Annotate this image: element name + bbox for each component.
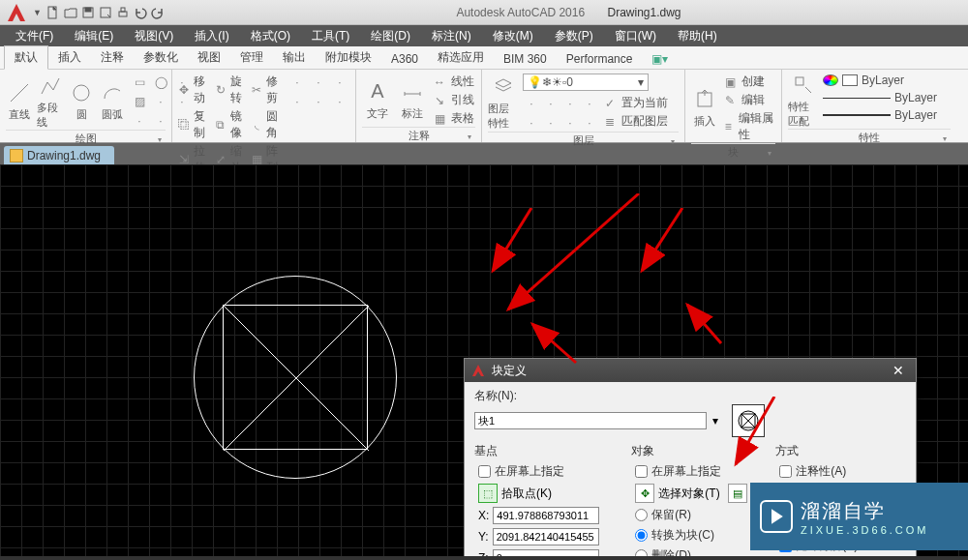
tab-manage[interactable]: 管理 bbox=[230, 46, 273, 69]
polyline-button[interactable]: 多段线 bbox=[37, 72, 64, 130]
close-icon[interactable]: ✕ bbox=[887, 363, 910, 378]
retain-radio[interactable]: 保留(R) bbox=[635, 507, 762, 523]
layer-match-button[interactable]: ≣匹配图层 bbox=[602, 113, 668, 130]
base-onscreen-check[interactable]: 在屏幕上指定 bbox=[478, 463, 618, 480]
leader-button[interactable]: ↘引线 bbox=[432, 92, 474, 108]
tab-default[interactable]: 默认 bbox=[4, 45, 48, 70]
fillet-button[interactable]: ◟圆角 bbox=[251, 108, 284, 141]
layer-combo[interactable]: 💡❄☀▫ 0▾ bbox=[523, 74, 649, 91]
menu-edit[interactable]: 编辑(E) bbox=[65, 26, 123, 46]
prop-linetype[interactable]: ByLayer bbox=[823, 91, 937, 104]
tab-param[interactable]: 参数化 bbox=[134, 46, 188, 69]
create-block-button[interactable]: ▣创建 bbox=[722, 74, 775, 90]
text-button[interactable]: A文字 bbox=[362, 72, 393, 127]
watermark: 溜溜自学 ZIXUE.3D66.COM bbox=[750, 483, 968, 550]
y-input[interactable] bbox=[493, 528, 599, 545]
qat-dropdown-icon[interactable]: ▼ bbox=[33, 8, 42, 17]
select-objects-label[interactable]: 选择对象(T) bbox=[658, 486, 719, 502]
menu-format[interactable]: 格式(O) bbox=[241, 26, 300, 46]
svg-rect-5 bbox=[121, 8, 125, 12]
dim-button[interactable]: 标注 bbox=[397, 72, 428, 127]
prop-lineweight[interactable]: ByLayer bbox=[823, 108, 937, 122]
mirror-button[interactable]: ⧉镜像 bbox=[215, 108, 248, 141]
menu-help[interactable]: 帮助(H) bbox=[668, 26, 727, 46]
pick-point-label[interactable]: 拾取点(K) bbox=[501, 486, 552, 502]
menu-param[interactable]: 参数(P) bbox=[545, 26, 603, 46]
mode-title: 方式 bbox=[775, 443, 906, 459]
line-button[interactable]: 直线 bbox=[6, 72, 33, 130]
arc-button[interactable]: 圆弧 bbox=[99, 72, 126, 130]
hatch-icon[interactable]: ▨ bbox=[130, 93, 149, 110]
tab-performance[interactable]: Performance bbox=[557, 49, 643, 69]
panel-prop-title[interactable]: 特性 bbox=[788, 129, 951, 146]
convert-radio[interactable]: 转换为块(C) bbox=[635, 527, 762, 544]
doc-tab[interactable]: Drawing1.dwg bbox=[4, 146, 114, 164]
tab-annot[interactable]: 注释 bbox=[91, 46, 134, 69]
drawing-canvas[interactable]: 块定义 ✕ 名称(N): ▾ 基点 在屏幕上指定 ⬚ 拾取点(K) bbox=[0, 164, 968, 556]
tab-a360[interactable]: A360 bbox=[381, 49, 428, 69]
svg-point-6 bbox=[74, 85, 89, 101]
app-logo[interactable] bbox=[2, 1, 31, 24]
new-icon[interactable] bbox=[45, 5, 61, 20]
tab-output[interactable]: 输出 bbox=[273, 46, 316, 69]
edit-attr-button[interactable]: ≡编辑属性 bbox=[722, 110, 775, 143]
watermark-name: 溜溜自学 bbox=[801, 498, 928, 524]
copy-button[interactable]: ⿻复制 bbox=[178, 108, 211, 141]
ellipse-icon[interactable]: ◯ bbox=[151, 74, 170, 91]
block-name-input[interactable] bbox=[474, 412, 707, 429]
match-prop-button[interactable]: 特性匹配 bbox=[788, 72, 819, 129]
menu-file[interactable]: 文件(F) bbox=[6, 26, 63, 46]
menubar: 文件(F) 编辑(E) 视图(V) 插入(I) 格式(O) 工具(T) 绘图(D… bbox=[0, 25, 968, 46]
menu-window[interactable]: 窗口(W) bbox=[605, 26, 666, 46]
rect-icon[interactable]: ▭ bbox=[130, 74, 149, 91]
obj-onscreen-check[interactable]: 在屏幕上指定 bbox=[635, 463, 762, 480]
x-input[interactable] bbox=[493, 507, 599, 524]
menu-insert[interactable]: 插入(I) bbox=[185, 26, 238, 46]
annotative-check[interactable]: 注释性(A) bbox=[779, 463, 906, 480]
circle-button[interactable]: 圆 bbox=[68, 72, 95, 130]
trim-button[interactable]: ✂修剪 bbox=[251, 74, 284, 106]
prop-color[interactable]: ByLayer bbox=[823, 74, 937, 87]
linear-button[interactable]: ↔线性 bbox=[432, 74, 474, 90]
tab-featured[interactable]: 精选应用 bbox=[428, 46, 494, 69]
tab-insert[interactable]: 插入 bbox=[48, 46, 91, 69]
rotate-button[interactable]: ↻旋转 bbox=[215, 74, 248, 106]
layer-current-button[interactable]: ✓置为当前 bbox=[602, 95, 668, 111]
pick-point-icon[interactable]: ⬚ bbox=[478, 484, 498, 503]
tab-view[interactable]: 视图 bbox=[188, 46, 230, 69]
move-button[interactable]: ✥移动 bbox=[178, 74, 211, 106]
svg-rect-4 bbox=[119, 12, 127, 16]
menu-modify[interactable]: 修改(M) bbox=[483, 26, 543, 46]
insert-block-button[interactable]: 插入 bbox=[691, 72, 718, 143]
panel-annot-title[interactable]: 注释 bbox=[362, 127, 475, 144]
menu-tools[interactable]: 工具(T) bbox=[302, 26, 359, 46]
product-name: Autodesk AutoCAD 2016 bbox=[456, 6, 585, 19]
layer-prop-button[interactable]: 图层特性 bbox=[488, 72, 519, 132]
tab-bim360[interactable]: BIM 360 bbox=[494, 49, 557, 69]
menu-dimension[interactable]: 标注(N) bbox=[422, 26, 481, 46]
tab-addin[interactable]: 附加模块 bbox=[316, 46, 381, 69]
menu-view[interactable]: 视图(V) bbox=[125, 26, 183, 46]
svg-rect-8 bbox=[796, 77, 803, 85]
undo-icon[interactable] bbox=[133, 5, 148, 20]
delete-radio[interactable]: 删除(D) bbox=[635, 547, 762, 556]
panel-block-title[interactable]: 块 bbox=[691, 143, 775, 161]
tab-more-icon[interactable]: ▣▾ bbox=[642, 49, 678, 69]
panel-draw-title[interactable]: 绘图 bbox=[6, 130, 166, 147]
title-center: Autodesk AutoCAD 2016 Drawing1.dwg bbox=[169, 6, 968, 19]
block-preview-icon bbox=[732, 404, 765, 437]
name-label: 名称(N): bbox=[474, 388, 906, 404]
table-button[interactable]: ▦表格 bbox=[432, 110, 474, 127]
menu-draw[interactable]: 绘图(D) bbox=[361, 26, 420, 46]
open-icon[interactable] bbox=[63, 5, 78, 20]
redo-icon[interactable] bbox=[150, 5, 166, 20]
save-icon[interactable] bbox=[80, 5, 96, 20]
z-input[interactable] bbox=[493, 549, 599, 556]
objects-title: 对象 bbox=[631, 443, 762, 459]
panel-layer-title[interactable]: 图层 bbox=[488, 132, 679, 149]
print-icon[interactable] bbox=[115, 5, 131, 20]
select-objects-icon[interactable]: ✥ bbox=[635, 484, 654, 503]
edit-block-button[interactable]: ✎编辑 bbox=[722, 92, 775, 108]
saveas-icon[interactable] bbox=[98, 5, 113, 20]
quickselect-icon[interactable]: ▤ bbox=[728, 484, 747, 503]
